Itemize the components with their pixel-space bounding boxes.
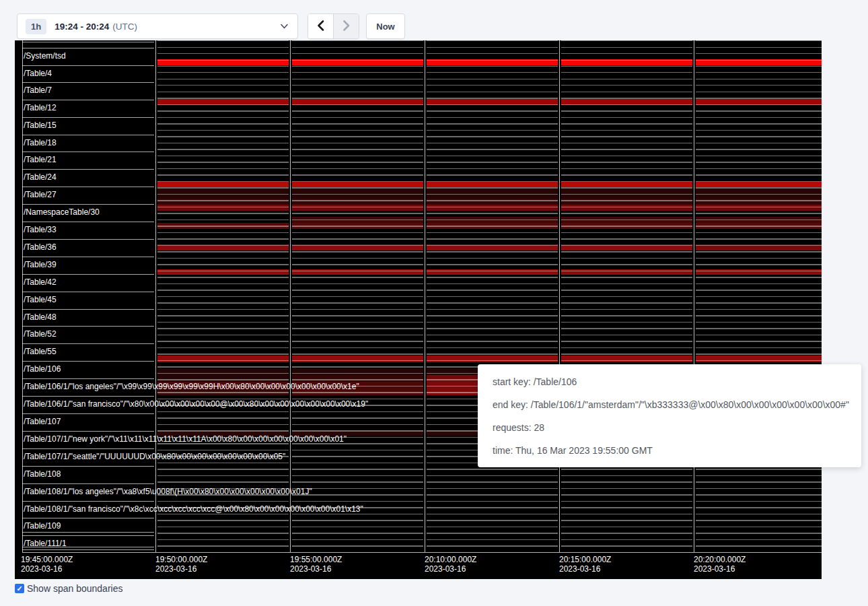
heat-cell[interactable] xyxy=(157,205,289,211)
heat-cell[interactable] xyxy=(695,188,822,199)
heat-cell[interactable] xyxy=(157,99,289,105)
span-label: /Table/39 xyxy=(24,259,57,270)
span-boundary-line xyxy=(22,413,155,414)
heat-cell[interactable] xyxy=(157,59,289,65)
show-span-boundaries-checkbox[interactable]: ✓ xyxy=(15,584,24,593)
span-label: /Table/108/1/"los angeles"/"\xa8\xf5\u00… xyxy=(24,486,312,497)
time-range-dropdown[interactable]: 1h 19:24 - 20:24 (UTC) xyxy=(17,13,298,39)
tooltip-end-key: end key: /Table/106/1/"amsterdam"/"\xb33… xyxy=(493,393,861,416)
heat-cell[interactable] xyxy=(695,199,822,205)
span-boundary-line xyxy=(22,222,155,222)
next-time-button[interactable] xyxy=(333,14,359,38)
tick-date: 2023-03-16 xyxy=(155,564,207,574)
heat-cell[interactable] xyxy=(291,205,423,211)
heat-cell[interactable] xyxy=(426,205,558,211)
heat-cell[interactable] xyxy=(560,205,692,211)
heat-cell[interactable] xyxy=(157,356,289,362)
heat-cell[interactable] xyxy=(560,182,692,187)
span-boundary-line xyxy=(22,343,155,344)
heat-cell[interactable] xyxy=(291,99,423,105)
span-boundary-line xyxy=(22,466,155,467)
heat-cell[interactable] xyxy=(560,199,692,205)
heat-cell[interactable] xyxy=(695,59,822,65)
heat-cell[interactable] xyxy=(157,188,289,199)
heat-cell[interactable] xyxy=(291,217,423,223)
heat-cell[interactable] xyxy=(426,269,558,275)
span-label: /Table/106/1/"san francisco"/"\x80\x00\x… xyxy=(24,399,368,409)
span-boundary-line xyxy=(22,48,155,48)
heat-cell[interactable] xyxy=(560,244,692,250)
heat-cell[interactable] xyxy=(695,182,822,187)
x-axis-tick: 19:50:00.000Z2023-03-16 xyxy=(155,555,207,574)
span-boundary-lines xyxy=(155,40,822,552)
x-axis-tick: 20:20:00.000Z2023-03-16 xyxy=(694,555,746,574)
heat-cell[interactable] xyxy=(291,59,423,65)
span-label: /Table/12 xyxy=(24,102,57,113)
heat-cell[interactable] xyxy=(291,244,423,250)
heat-cell[interactable] xyxy=(157,223,289,229)
heat-cell[interactable] xyxy=(695,356,822,362)
span-boundary-line xyxy=(22,448,155,449)
heat-cell[interactable] xyxy=(426,199,558,205)
heat-cell[interactable] xyxy=(426,217,558,223)
heat-cell[interactable] xyxy=(291,182,423,187)
tick-time: 20:20:00.000Z xyxy=(694,555,746,564)
heat-cell[interactable] xyxy=(157,244,289,250)
heat-cell[interactable] xyxy=(426,99,558,105)
heat-cell[interactable] xyxy=(291,356,423,362)
heat-cell[interactable] xyxy=(560,188,692,199)
heat-cell[interactable] xyxy=(157,368,289,375)
now-button[interactable]: Now xyxy=(366,13,405,39)
key-visualizer-canvas[interactable]: /System/tsd/Table/4/Table/7/Table/12/Tab… xyxy=(15,40,822,579)
heat-cell[interactable] xyxy=(560,269,692,275)
heat-cell[interactable] xyxy=(426,182,558,187)
span-label: /Table/7 xyxy=(24,85,52,96)
span-boundary-line xyxy=(22,82,155,83)
span-boundary-line xyxy=(22,204,155,205)
tick-date: 2023-03-16 xyxy=(694,564,746,574)
heat-cell[interactable] xyxy=(560,356,692,362)
span-label: /Table/27 xyxy=(24,189,57,200)
heat-cell[interactable] xyxy=(560,223,692,229)
tick-time: 19:50:00.000Z xyxy=(155,555,207,564)
span-boundary-line xyxy=(22,431,155,432)
span-label: /Table/42 xyxy=(24,277,57,288)
heat-cell[interactable] xyxy=(426,59,558,65)
heat-cell[interactable] xyxy=(560,99,692,105)
span-label: /Table/108/1/"san francisco"/"\x8c\xcc\x… xyxy=(24,504,363,514)
heat-cell[interactable] xyxy=(157,182,289,187)
span-label: /Table/52 xyxy=(24,329,57,339)
heat-cell[interactable] xyxy=(695,269,822,275)
tooltip-start-key: start key: /Table/106 xyxy=(493,370,861,393)
span-label: /System/tsd xyxy=(24,50,66,61)
heat-cell[interactable] xyxy=(560,217,692,223)
heat-cell[interactable] xyxy=(291,199,423,205)
heat-cell[interactable] xyxy=(695,244,822,250)
show-span-boundaries-toggle[interactable]: ✓ Show span boundaries xyxy=(15,583,122,594)
heat-cell[interactable] xyxy=(291,188,423,199)
span-boundary-line xyxy=(22,100,155,100)
heat-cell[interactable] xyxy=(695,99,822,105)
heat-cell[interactable] xyxy=(426,244,558,250)
heat-cell[interactable] xyxy=(695,205,822,211)
span-boundary-line xyxy=(22,257,155,257)
heat-cell[interactable] xyxy=(157,199,289,205)
span-label: /Table/45 xyxy=(24,294,57,305)
heat-cell[interactable] xyxy=(695,217,822,223)
heat-cell[interactable] xyxy=(695,223,822,229)
heat-cell[interactable] xyxy=(157,269,289,275)
span-label: /Table/4 xyxy=(24,68,52,79)
span-boundary-line xyxy=(22,378,155,379)
heat-cell[interactable] xyxy=(560,59,692,65)
heat-cell[interactable] xyxy=(426,188,558,199)
heat-cell[interactable] xyxy=(426,356,558,362)
heat-cell[interactable] xyxy=(291,223,423,229)
span-boundary-line xyxy=(22,535,155,536)
heat-cell[interactable] xyxy=(426,223,558,229)
heat-cell[interactable] xyxy=(291,368,423,375)
heat-cell[interactable] xyxy=(291,269,423,275)
time-range-label: 19:24 - 20:24 xyxy=(55,22,109,32)
span-boundary-line xyxy=(22,152,155,152)
prev-time-button[interactable] xyxy=(308,14,333,38)
tick-time: 20:10:00.000Z xyxy=(425,555,476,564)
